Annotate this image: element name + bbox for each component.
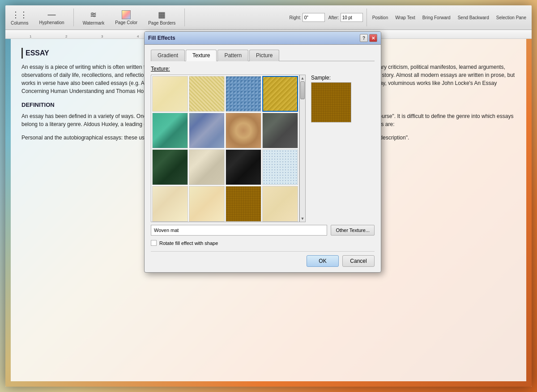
texture-cell-blue-dots[interactable] [262,149,298,185]
send-backward-label: Send Backward [458,15,489,20]
page-borders-icon: ▦ [158,10,166,20]
texture-cell-cream[interactable] [152,76,188,112]
texture-grid-wrapper: ▲ ▼ [151,75,306,222]
dialog-title-text: Fill Effects [148,35,175,41]
texture-cell-woven[interactable] [226,186,261,222]
texture-name-row: Woven mat Other Texture... [151,225,375,236]
sample-box [311,82,351,122]
texture-cell-blue-weave[interactable] [226,76,261,112]
hyphenation-button[interactable]: — Hyphenation [37,9,66,26]
texture-cell-satellite[interactable] [189,113,225,148]
ribbon-bar: ⋮⋮ Columns — Hyphenation ≋ Watermark Pag… [5,5,532,30]
hyphenation-icon: — [48,10,56,19]
scrollbar-thumb[interactable] [300,81,305,99]
cancel-button[interactable]: Cancel [342,255,375,267]
columns-icon: ⋮⋮ [12,10,28,20]
page-borders-label: Page Borders [148,21,175,25]
texture-cell-gold[interactable] [262,76,298,112]
right-input[interactable] [303,13,325,22]
rotate-label: Rotate fill effect with shape [159,240,218,246]
texture-grid [151,75,299,222]
watermark-button[interactable]: ≋ Watermark [81,9,107,26]
ribbon-separator-3 [367,8,367,26]
columns-label: Columns [11,21,28,25]
position-button[interactable]: Position [371,14,390,21]
tab-gradient-label: Gradient [158,52,178,59]
close-button[interactable]: ✕ [369,34,377,42]
after-label: After: [328,15,339,20]
tab-pattern-label: Pattern [224,52,242,59]
ribbon-separator-1 [73,8,74,26]
wrap-text-button[interactable]: Wrap Text [393,14,417,21]
ruler-tick-2: 2 [65,34,67,38]
watermark-label: Watermark [83,21,105,25]
texture-cell-light-marble[interactable] [189,149,225,185]
texture-cell-beige[interactable] [189,76,225,112]
bring-forward-label: Bring Forward [422,15,451,20]
wrap-text-label: Wrap Text [395,15,415,20]
help-button[interactable]: ? [360,34,368,42]
tab-texture[interactable]: Texture [186,50,217,61]
texture-cell-black[interactable] [226,149,261,185]
tab-row: Gradient Texture Pattern Picture [151,49,375,61]
send-backward-button[interactable]: Send Backward [456,14,491,21]
right-field: Right: [290,13,325,22]
texture-cell-teal[interactable] [152,113,188,148]
bring-forward-button[interactable]: Bring Forward [421,14,452,21]
rotate-row: Rotate fill effect with shape [151,240,375,246]
ruler-tick-4: 4 [137,34,139,38]
page-color-label: Page Color [115,20,137,25]
texture-name-box: Woven mat [151,225,327,236]
ruler-tick-3: 3 [101,34,103,38]
tab-texture-label: Texture [192,52,210,59]
right-controls: Right: After: Position Wrap Text Bring F… [290,8,528,26]
dialog-body: Gradient Texture Pattern Picture Texture… [145,45,381,272]
sample-label: Sample: [311,75,351,81]
page-borders-button[interactable]: ▦ Page Borders [146,9,177,26]
page-color-icon [122,10,131,19]
texture-cell-dark-green[interactable] [152,149,188,185]
ruler-tick-1: 1 [30,34,31,38]
texture-cell-cream3[interactable] [189,186,225,222]
sample-section: Sample: [311,75,351,122]
texture-section-label: Texture: [151,66,375,72]
ribbon-group-columns: ⋮⋮ Columns [9,9,30,26]
selection-pane-button[interactable]: Selection Pane [494,14,528,21]
polaroid-frame: ⋮⋮ Columns — Hyphenation ≋ Watermark Pag… [5,5,532,387]
texture-cell-cream4[interactable] [262,186,298,222]
watermark-icon: ≋ [90,10,97,20]
ribbon-separator-2 [184,8,185,26]
texture-cell-cream2[interactable] [152,186,188,222]
other-texture-button[interactable]: Other Texture... [331,225,375,236]
selection-pane-label: Selection Pane [496,15,526,20]
texture-cell-brown-spot[interactable] [226,113,261,148]
texture-name-text: Woven mat [154,228,179,233]
position-label: Position [372,15,388,20]
texture-scrollbar[interactable]: ▲ ▼ [299,75,306,222]
columns-button[interactable]: ⋮⋮ Columns [9,9,30,26]
dialog-title-bar: Fill Effects ? ✕ [145,32,381,45]
tab-picture-label: Picture [256,52,273,59]
tab-picture[interactable]: Picture [249,50,279,61]
page-color-button[interactable]: Page Color [113,9,139,26]
after-input[interactable] [341,13,363,22]
ok-button[interactable]: OK [307,255,339,267]
after-field: After: [328,13,363,22]
dialog-title-buttons: ? ✕ [360,34,377,42]
tab-gradient[interactable]: Gradient [151,50,185,61]
right-label: Right: [290,15,301,20]
hyphenation-label: Hyphenation [39,20,64,25]
rotate-checkbox[interactable] [151,240,157,246]
fill-effects-dialog: Fill Effects ? ✕ Gradient Texture [144,31,381,273]
tab-pattern[interactable]: Pattern [217,50,248,61]
texture-cell-dark-gray[interactable] [262,113,298,148]
dialog-buttons: OK Cancel [151,251,375,267]
